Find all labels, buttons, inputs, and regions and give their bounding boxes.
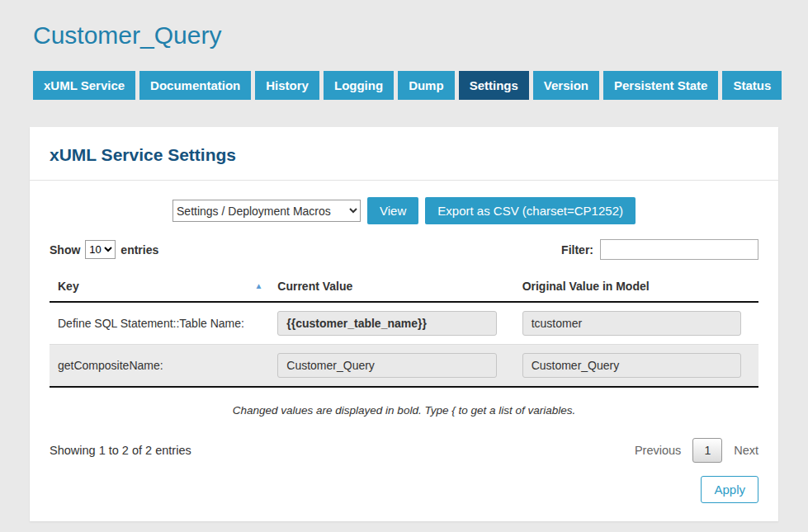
tab-logging[interactable]: Logging: [324, 71, 394, 100]
export-csv-button[interactable]: Export as CSV (charset=CP1252): [425, 197, 636, 224]
table-footer: Showing 1 to 2 of 2 entries Previous 1 N…: [50, 438, 758, 463]
settings-table: Key ▲ Current Value Original Value in Mo…: [50, 271, 758, 388]
table-row: Define SQL Statement::Table Name:{{custo…: [50, 302, 758, 345]
column-header-current-value[interactable]: Current Value: [269, 271, 513, 302]
original-value-field: tcustomer: [522, 311, 741, 336]
table-header-row: Key ▲ Current Value Original Value in Mo…: [50, 271, 758, 302]
apply-row: Apply: [50, 476, 758, 503]
show-label: Show: [50, 243, 80, 257]
table-body: Define SQL Statement::Table Name:{{custo…: [50, 302, 758, 387]
original-value-field: Customer_Query: [522, 353, 741, 378]
page-title: Customer_Query: [33, 21, 778, 49]
macro-toolbar: Settings / Deployment Macros View Export…: [50, 197, 758, 224]
column-header-original-label: Original Value in Model: [522, 280, 650, 293]
macro-category-select[interactable]: Settings / Deployment Macros: [172, 200, 361, 222]
panel-header: xUML Service Settings: [30, 127, 778, 181]
column-header-current-label: Current Value: [277, 280, 352, 293]
tab-persistent-state[interactable]: Persistent State: [603, 71, 718, 100]
row-key-cell: getCompositeName:: [50, 345, 269, 388]
tab-documentation[interactable]: Documentation: [139, 71, 251, 100]
tab-bar: xUML ServiceDocumentationHistoryLoggingD…: [33, 71, 778, 100]
entries-label: entries: [120, 243, 158, 257]
pagination: Previous 1 Next: [635, 438, 758, 463]
view-button[interactable]: View: [367, 197, 418, 224]
tab-xuml-service[interactable]: xUML Service: [33, 71, 135, 100]
filter-label: Filter:: [561, 243, 593, 257]
tab-history[interactable]: History: [255, 71, 319, 100]
page: Customer_Query xUML ServiceDocumentation…: [0, 0, 808, 521]
current-value-field[interactable]: Customer_Query: [277, 353, 496, 378]
entries-summary: Showing 1 to 2 of 2 entries: [50, 444, 191, 457]
current-page-button[interactable]: 1: [692, 438, 722, 463]
page-size-select[interactable]: 10: [85, 240, 116, 259]
settings-panel: xUML Service Settings Settings / Deploym…: [30, 127, 778, 521]
next-page-button[interactable]: Next: [734, 444, 758, 457]
previous-page-button[interactable]: Previous: [635, 444, 681, 457]
column-header-original-value[interactable]: Original Value in Model: [514, 271, 758, 302]
row-original-value-cell: Customer_Query: [514, 345, 758, 388]
row-original-value-cell: tcustomer: [514, 302, 758, 345]
tab-status[interactable]: Status: [722, 71, 782, 100]
row-current-value-cell: Customer_Query: [269, 345, 513, 388]
table-row: getCompositeName:Customer_QueryCustomer_…: [50, 345, 758, 388]
column-header-key[interactable]: Key ▲: [50, 271, 269, 302]
tab-settings[interactable]: Settings: [459, 71, 529, 100]
apply-button[interactable]: Apply: [701, 476, 758, 503]
column-header-key-label: Key: [58, 280, 79, 293]
table-controls: Show 10 entries Filter:: [50, 239, 758, 260]
row-current-value-cell: {{customer_table_name}}: [269, 302, 513, 345]
sort-asc-icon: ▲: [254, 281, 262, 290]
panel-body: Settings / Deployment Macros View Export…: [30, 181, 778, 521]
show-entries-control: Show 10 entries: [50, 240, 158, 259]
row-key-cell: Define SQL Statement::Table Name:: [50, 302, 269, 345]
current-value-field[interactable]: {{customer_table_name}}: [277, 311, 496, 336]
panel-heading: xUML Service Settings: [50, 145, 758, 165]
hint-note: Changed values are displayed in bold. Ty…: [50, 404, 758, 417]
filter-control: Filter:: [561, 239, 758, 260]
tab-dump[interactable]: Dump: [398, 71, 455, 100]
filter-input[interactable]: [600, 239, 758, 260]
tab-version[interactable]: Version: [533, 71, 599, 100]
table-head: Key ▲ Current Value Original Value in Mo…: [50, 271, 758, 302]
